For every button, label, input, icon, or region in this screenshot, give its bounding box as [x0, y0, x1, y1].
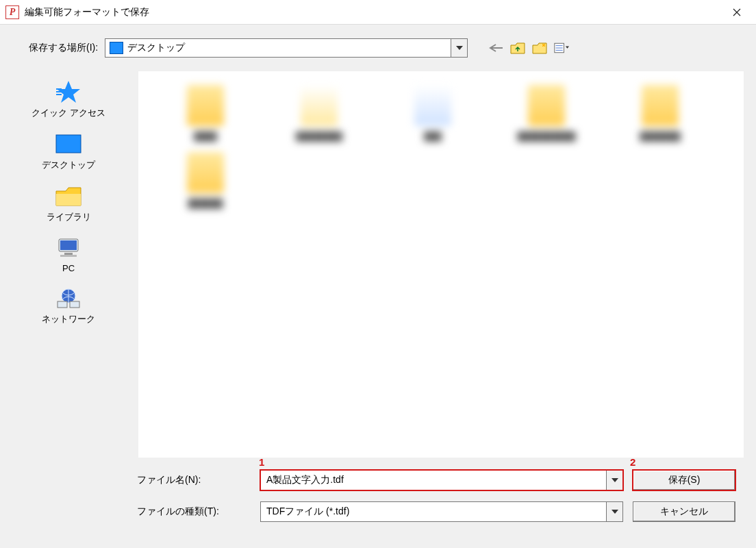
- svg-rect-8: [58, 301, 67, 308]
- place-libraries[interactable]: ライブラリ: [47, 184, 91, 223]
- filename-combobox[interactable]: [260, 470, 623, 490]
- file-item[interactable]: ████: [151, 85, 260, 145]
- place-label: デスクトップ: [42, 159, 95, 171]
- location-combobox[interactable]: デスクトップ: [105, 38, 468, 58]
- places-bar: クイック アクセス デスクトップ ライブラリ PC ネットワーク: [0, 66, 137, 463]
- view-menu-button[interactable]: [554, 40, 569, 55]
- folder-icon: [642, 85, 679, 126]
- up-one-level-button[interactable]: [510, 40, 525, 55]
- filename-input[interactable]: [261, 475, 606, 486]
- folder-icon: [528, 85, 565, 126]
- desktop-icon: [110, 42, 123, 54]
- close-icon: [733, 8, 741, 16]
- window-title: 編集可能フォーマットで保存: [25, 6, 720, 18]
- file-item[interactable]: ██████: [151, 152, 260, 212]
- file-item[interactable]: ███: [378, 85, 488, 145]
- filetype-value: TDFファイル (*.tdf): [261, 506, 606, 518]
- place-pc[interactable]: PC: [53, 236, 84, 273]
- cancel-button[interactable]: キャンセル: [633, 501, 735, 522]
- filetype-label: ファイルの種類(T):: [137, 506, 260, 518]
- place-label: ライブラリ: [47, 211, 91, 223]
- svg-rect-4: [60, 240, 77, 250]
- view-menu-icon: [554, 42, 569, 54]
- place-quick-access[interactable]: クイック アクセス: [32, 79, 105, 119]
- file-name: ████: [151, 132, 260, 145]
- libraries-icon: [53, 184, 84, 208]
- dialog-body: クイック アクセス デスクトップ ライブラリ PC ネットワーク: [0, 66, 756, 463]
- close-button[interactable]: [720, 1, 753, 23]
- up-folder-icon: [510, 42, 525, 54]
- place-network[interactable]: ネットワーク: [42, 286, 95, 325]
- callout-2: 2: [630, 456, 635, 468]
- filetype-combobox[interactable]: TDFファイル (*.tdf): [260, 501, 623, 522]
- chevron-down-icon: [612, 478, 618, 482]
- desktop-place-icon: [53, 132, 84, 156]
- back-icon: [489, 43, 503, 53]
- network-icon: [53, 286, 84, 310]
- location-toolbar: 保存する場所(I): デスクトップ: [0, 25, 756, 66]
- location-dropdown-button[interactable]: [451, 39, 467, 57]
- callout-1: 1: [259, 456, 264, 468]
- quick-access-icon: [53, 79, 84, 104]
- file-item[interactable]: ████████: [264, 85, 374, 145]
- svg-rect-9: [70, 301, 79, 308]
- place-desktop[interactable]: デスクトップ: [42, 132, 95, 171]
- svg-rect-5: [64, 253, 73, 255]
- file-list-pane[interactable]: ████ ████████ ███ ██████████ ███████ ███…: [138, 71, 744, 458]
- file-name: ████████: [264, 132, 374, 145]
- chevron-down-icon: [456, 46, 463, 50]
- folder-icon: [187, 152, 224, 193]
- folder-icon: [414, 85, 451, 126]
- pc-icon: [53, 236, 84, 260]
- folder-icon: [187, 85, 224, 126]
- location-value: デスクトップ: [127, 42, 451, 54]
- filename-row: 1 2 ファイル名(N): 保存(S): [137, 470, 744, 490]
- filename-label: ファイル名(N):: [137, 474, 260, 486]
- file-name: ██████████: [492, 132, 601, 145]
- filetype-dropdown-button[interactable]: [606, 502, 622, 521]
- save-button[interactable]: 保存(S): [633, 470, 735, 490]
- app-icon: P: [5, 5, 19, 19]
- svg-rect-2: [56, 194, 81, 206]
- toolbar-icons: [488, 40, 569, 55]
- filetype-row: ファイルの種類(T): TDFファイル (*.tdf) キャンセル: [137, 501, 744, 522]
- titlebar: P 編集可能フォーマットで保存: [0, 0, 756, 25]
- file-item[interactable]: ███████: [605, 85, 715, 145]
- svg-rect-6: [60, 255, 77, 257]
- svg-rect-1: [56, 135, 81, 153]
- location-label: 保存する場所(I):: [29, 42, 98, 54]
- file-name: ███: [378, 132, 488, 145]
- file-name: ███████: [605, 132, 715, 145]
- file-item[interactable]: ██████████: [492, 85, 601, 145]
- dialog-bottom: 1 2 ファイル名(N): 保存(S) ファイルの種類(T): TDFファイル …: [0, 463, 756, 529]
- place-label: ネットワーク: [42, 313, 95, 325]
- back-button[interactable]: [488, 40, 503, 55]
- place-label: クイック アクセス: [32, 107, 105, 119]
- place-label: PC: [62, 263, 75, 273]
- filename-dropdown-button[interactable]: [606, 471, 622, 490]
- chevron-down-icon: [612, 510, 618, 514]
- new-folder-icon: [532, 42, 547, 54]
- new-folder-button[interactable]: [532, 40, 547, 55]
- file-name: ██████: [151, 199, 260, 212]
- folder-icon: [301, 85, 338, 126]
